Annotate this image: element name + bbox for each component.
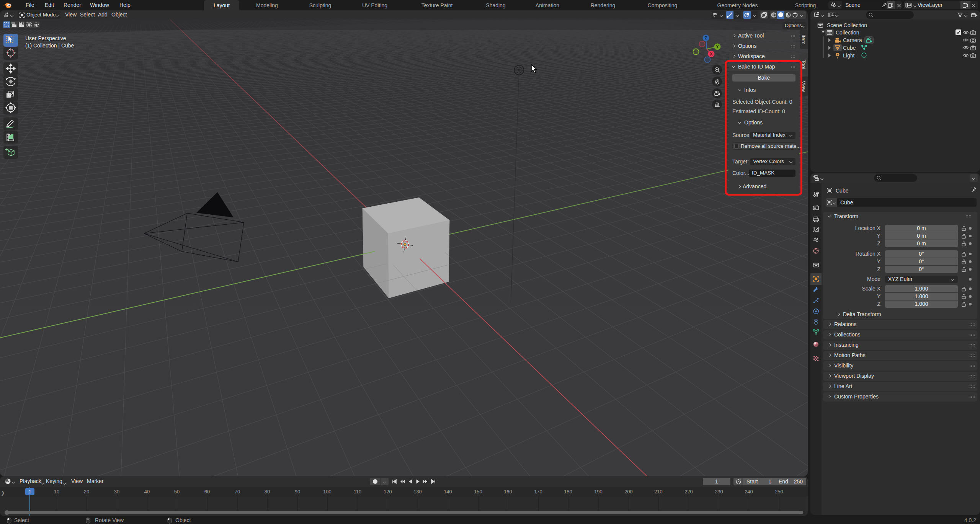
svg-text:Z: Z xyxy=(705,36,707,40)
svg-text:X: X xyxy=(710,52,712,56)
svg-text:Y: Y xyxy=(716,44,719,49)
